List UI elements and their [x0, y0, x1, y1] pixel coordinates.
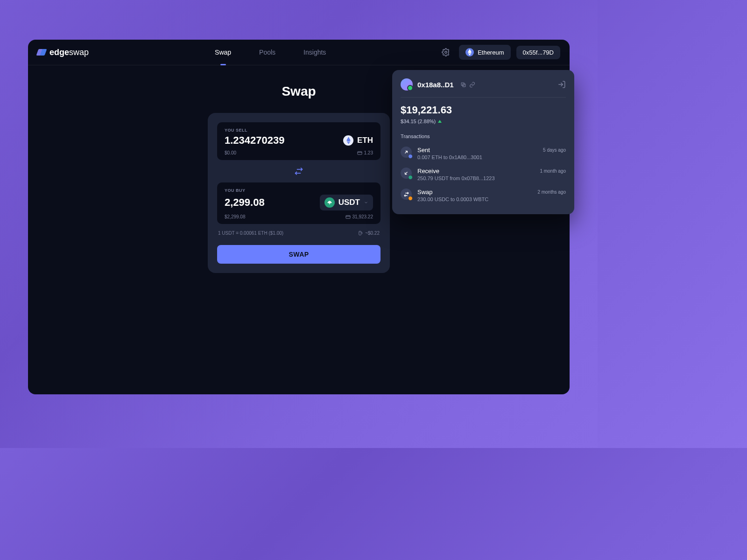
- buy-token-selector[interactable]: USDT: [320, 195, 373, 210]
- nav-swap[interactable]: Swap: [201, 40, 245, 65]
- swap-direction-button[interactable]: [292, 165, 305, 178]
- eth-badge-icon: [408, 154, 413, 159]
- sell-usd: $0.00: [225, 150, 236, 155]
- avatar: [401, 78, 413, 91]
- up-arrow-icon: [438, 120, 442, 123]
- app-window: edgeswap Swap Pools Insights Ethereum 0x…: [28, 40, 570, 394]
- usdt-badge-icon: [408, 175, 413, 180]
- ethereum-icon: [465, 48, 474, 56]
- wallet-chip[interactable]: 0x55f...79D: [516, 46, 561, 59]
- settings-button[interactable]: [438, 45, 453, 60]
- sent-icon: [401, 147, 412, 158]
- tx-type: Receive: [417, 168, 534, 175]
- transactions-title: Transactions: [401, 133, 566, 139]
- swap-button[interactable]: SWAP: [217, 245, 381, 264]
- exit-icon: [557, 80, 566, 89]
- chevron-down-icon: [364, 200, 368, 205]
- link-button[interactable]: [469, 82, 475, 88]
- svg-rect-2: [345, 216, 350, 218]
- rate-row: 1 USDT = 0.00061 ETH ($1.00) ~$0.22: [217, 231, 381, 236]
- gas-icon: [358, 231, 363, 236]
- transaction-row[interactable]: Receive 250.79 USDT from 0x07B8...1223 1…: [401, 164, 566, 185]
- usdt-token-icon: [324, 197, 335, 208]
- balance-change: $34.15 (2.88%): [401, 119, 566, 124]
- wallet-popover: 0x18a8..D1 $19,221.63 $34.15 (2.88%): [392, 70, 574, 214]
- tx-desc: 0.007 ETH to 0x1A80...3001: [417, 154, 537, 160]
- transaction-row[interactable]: Swap 230.00 USDC to 0.0003 WBTC 2 months…: [401, 185, 566, 206]
- wallet-address: 0x18a8..D1: [417, 81, 454, 89]
- svg-rect-3: [359, 231, 361, 235]
- buy-usd: $2,299.08: [225, 214, 246, 219]
- copy-icon: [460, 82, 466, 88]
- topbar-right: Ethereum 0x55f...79D: [438, 45, 560, 60]
- wallet-icon: [357, 150, 362, 155]
- swap-tx-icon: [401, 189, 412, 200]
- nav-insights[interactable]: Insights: [289, 40, 340, 65]
- link-icon: [469, 82, 475, 88]
- tx-type: Sent: [417, 147, 537, 154]
- disconnect-button[interactable]: [557, 80, 566, 89]
- nav-pools[interactable]: Pools: [245, 40, 289, 65]
- buy-amount[interactable]: 2,299.08: [225, 196, 265, 209]
- tx-time: 2 months ago: [537, 189, 566, 195]
- sell-label: YOU SELL: [225, 128, 373, 133]
- exchange-rate: 1 USDT = 0.00061 ETH ($1.00): [218, 231, 283, 236]
- nav: Swap Pools Insights: [201, 40, 340, 65]
- logo-icon: [37, 48, 46, 56]
- eth-token-icon: [343, 135, 353, 146]
- sell-balance[interactable]: 1.23: [357, 150, 373, 155]
- copy-button[interactable]: [460, 82, 466, 88]
- buy-token-symbol: USDT: [338, 198, 360, 207]
- gear-icon: [442, 48, 450, 56]
- sell-token-symbol: ETH: [357, 136, 373, 145]
- topbar: edgeswap Swap Pools Insights Ethereum 0x…: [28, 40, 570, 65]
- svg-rect-1: [357, 152, 361, 154]
- wbtc-badge-icon: [408, 196, 413, 201]
- sell-amount[interactable]: 1.234270239: [225, 134, 284, 147]
- buy-label: YOU BUY: [225, 188, 373, 193]
- network-label: Ethereum: [478, 49, 504, 56]
- gas-estimate: ~$0.22: [358, 231, 380, 236]
- logo-text: edgeswap: [49, 48, 89, 57]
- receive-icon: [401, 168, 412, 179]
- wallet-icon: [345, 214, 351, 219]
- buy-balance[interactable]: 31,923.22: [345, 214, 374, 219]
- network-selector[interactable]: Ethereum: [459, 45, 510, 60]
- sell-token-selector[interactable]: ETH: [343, 135, 373, 146]
- tx-time: 1 month ago: [540, 168, 566, 174]
- wallet-address-short: 0x55f...79D: [523, 49, 554, 56]
- transactions-list: Sent 0.007 ETH to 0x1A80...3001 5 days a…: [401, 143, 566, 206]
- transaction-row[interactable]: Sent 0.007 ETH to 0x1A80...3001 5 days a…: [401, 143, 566, 164]
- tx-type: Swap: [417, 189, 532, 196]
- sell-field: YOU SELL 1.234270239 ETH $0.00 1.23: [217, 122, 381, 160]
- wallet-balance: $19,221.63: [401, 104, 566, 116]
- tx-time: 5 days ago: [543, 147, 566, 153]
- tx-desc: 250.79 USDT from 0x07B8...1223: [417, 175, 534, 181]
- logo[interactable]: edgeswap: [37, 48, 89, 57]
- tx-desc: 230.00 USDC to 0.0003 WBTC: [417, 196, 532, 202]
- buy-field: YOU BUY 2,299.08 USDT $2,299.08 31,923.2…: [217, 182, 381, 224]
- swap-arrows-icon: [294, 167, 303, 176]
- swap-card: YOU SELL 1.234270239 ETH $0.00 1.23: [208, 113, 390, 273]
- svg-point-0: [445, 51, 447, 54]
